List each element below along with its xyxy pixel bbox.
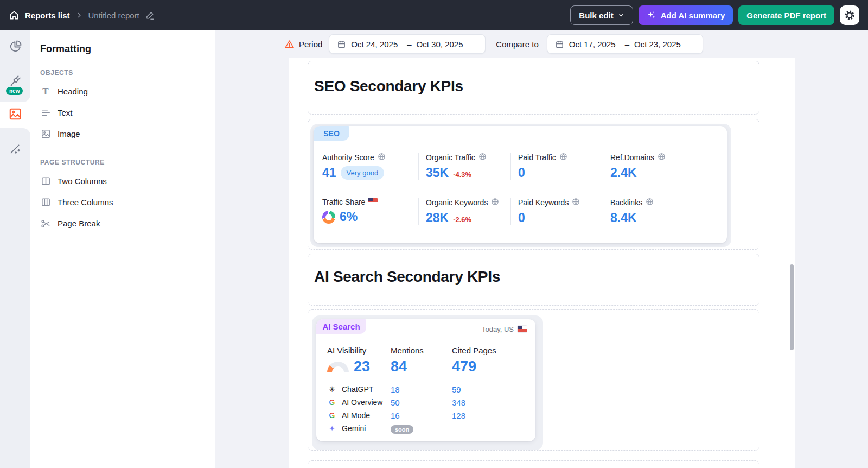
metric-value: 8.4K (610, 211, 637, 225)
seo-widget-container: SEO Authority Score41Very goodOrganic Tr… (310, 124, 731, 247)
provider-label: AI Mode (342, 411, 370, 420)
provider-row-chatgpt: ✳ChatGPT1859 (327, 383, 535, 396)
next-widget-block[interactable] (308, 460, 760, 468)
sidebar-item-image[interactable]: Image (40, 123, 215, 144)
metric-label: Backlinks (610, 198, 642, 207)
sidebar-item-label: Heading (58, 87, 88, 96)
compare-date-range-input[interactable]: Oct 17, 2025 – Oct 23, 2025 (547, 34, 703, 54)
visibility-gauge (327, 362, 349, 372)
cited-pages-total: 479 (452, 358, 535, 375)
metric-value: 28K (426, 211, 449, 225)
ai-visibility-total: 23 (327, 358, 391, 375)
metric-delta: -2.6% (453, 216, 471, 225)
sidebar-title: Formatting (40, 43, 215, 55)
metric-delta: -4.3% (453, 170, 471, 180)
traffic-share-donut (322, 211, 335, 224)
provider-mentions: soon (391, 424, 452, 433)
metric-traffic-share: Traffic Share6% (322, 198, 418, 225)
widgets-tab[interactable] (9, 40, 22, 55)
heading-block-ai[interactable]: AI Search Secondary KPIs (308, 254, 760, 306)
three-columns-icon (40, 197, 51, 207)
globe-icon (491, 198, 499, 207)
generate-pdf-button[interactable]: Generate PDF report (738, 5, 834, 25)
seo-section-heading: SEO Secondary KPIs (314, 78, 759, 95)
seo-metrics-grid: Authority Score41Very goodOrganic Traffi… (322, 153, 727, 225)
heading-icon: T (40, 87, 51, 96)
globe-icon (559, 153, 567, 162)
sidebar-item-text[interactable]: Text (40, 102, 215, 123)
date-range-separator: – (407, 40, 411, 49)
ai-widget-block[interactable]: AI Search Today, US AI Visibility Mentio… (308, 309, 760, 451)
seo-widget-block[interactable]: SEO Authority Score41Very goodOrganic Tr… (308, 119, 760, 250)
breadcrumb-reports-list[interactable]: Reports list (9, 10, 70, 21)
main-area: new Formatting OBJECTSTHeadingTextImageP… (0, 30, 868, 468)
us-flag-icon (368, 198, 378, 205)
ai-scope-label: Today, US (482, 325, 514, 333)
us-flag-icon (368, 198, 378, 206)
new-badge: new (6, 87, 23, 95)
chatgpt-icon: ✳ (327, 385, 337, 393)
sidebar-group-label: OBJECTS (40, 69, 215, 77)
provider-mentions: 18 (391, 385, 452, 394)
metric-authority-score: Authority Score41Very good (322, 153, 418, 180)
rail-segment-active (0, 102, 30, 128)
ai-tools-tab[interactable] (9, 142, 22, 157)
home-icon (9, 10, 20, 21)
breadcrumb-home-label: Reports list (25, 11, 70, 20)
bulk-edit-button[interactable]: Bulk edit (570, 5, 633, 25)
metric-label: Ref.Domains (610, 153, 654, 162)
ai-kpi-grid: AI Visibility Mentions Cited Pages 23 84… (327, 346, 535, 375)
provider-cited: 348 (452, 398, 535, 407)
sparkles-icon (647, 10, 656, 20)
ai-providers-list: ✳ChatGPT1859GAI Overview50348GAI Mode161… (327, 383, 535, 435)
sidebar-group: PAGE STRUCTURETwo ColumnsThree ColumnsPa… (40, 159, 215, 234)
rail-segment-top: new (0, 30, 30, 102)
provider-label: ChatGPT (342, 385, 373, 394)
gear-icon (844, 9, 856, 21)
vertical-scrollbar-thumb[interactable] (790, 264, 794, 350)
period-start-date: Oct 24, 2025 (351, 40, 398, 49)
sidebar-item-heading[interactable]: THeading (40, 81, 215, 102)
mentions-header: Mentions (391, 346, 452, 355)
integrations-tab[interactable]: new (8, 74, 22, 90)
sidebar-groups: OBJECTSTHeadingTextImagePAGE STRUCTURETw… (40, 69, 215, 234)
provider-cited: 128 (452, 411, 535, 420)
settings-button[interactable] (840, 5, 859, 25)
period-date-range-input[interactable]: Oct 24, 2025 – Oct 30, 2025 (329, 34, 486, 54)
mentions-total: 84 (391, 358, 452, 375)
soon-badge: soon (391, 425, 413, 434)
calendar-icon (555, 40, 564, 49)
ai-card-header: AI Search Today, US (316, 319, 535, 334)
us-flag-icon (518, 326, 527, 332)
compare-to-label: Compare to (496, 40, 538, 49)
calendar-icon (337, 40, 346, 49)
heading-block-seo[interactable]: SEO Secondary KPIs (308, 61, 760, 115)
provider-row-ai-mode: GAI Mode16128 (327, 409, 535, 422)
seo-tab-badge: SEO (314, 126, 349, 141)
icon-rail: new (0, 30, 30, 468)
globe-icon (572, 198, 580, 207)
report-canvas: Period Oct 24, 2025 – Oct 30, 2025 Compa… (215, 30, 868, 468)
compare-start-date: Oct 17, 2025 (569, 40, 616, 49)
chevron-right-icon (76, 12, 82, 18)
provider-mentions: 50 (391, 398, 452, 407)
metric-organic-keywords: Organic Keywords28K-2.6% (418, 198, 510, 225)
add-ai-summary-button[interactable]: Add AI summary (639, 5, 733, 25)
ai-visibility-header: AI Visibility (327, 346, 391, 355)
image-icon (8, 107, 22, 123)
metric-value: 35K (426, 166, 449, 180)
provider-cited: 59 (452, 385, 535, 394)
formatting-tab-active[interactable] (8, 107, 22, 123)
sidebar-item-page-break[interactable]: Page Break (40, 213, 215, 234)
metric-label: Authority Score (322, 153, 374, 162)
date-range-separator: – (625, 40, 629, 49)
image-small-icon (40, 129, 51, 139)
pencil-icon[interactable] (145, 11, 155, 20)
add-ai-summary-label: Add AI summary (661, 11, 725, 20)
sidebar-item-two-columns[interactable]: Two Columns (40, 170, 215, 192)
ai-widget-container: AI Search Today, US AI Visibility Mentio… (312, 315, 543, 450)
sidebar-item-three-columns[interactable]: Three Columns (40, 192, 215, 213)
magic-wand-icon (9, 142, 22, 157)
globe-icon (646, 198, 654, 207)
period-end-date: Oct 30, 2025 (417, 40, 463, 49)
